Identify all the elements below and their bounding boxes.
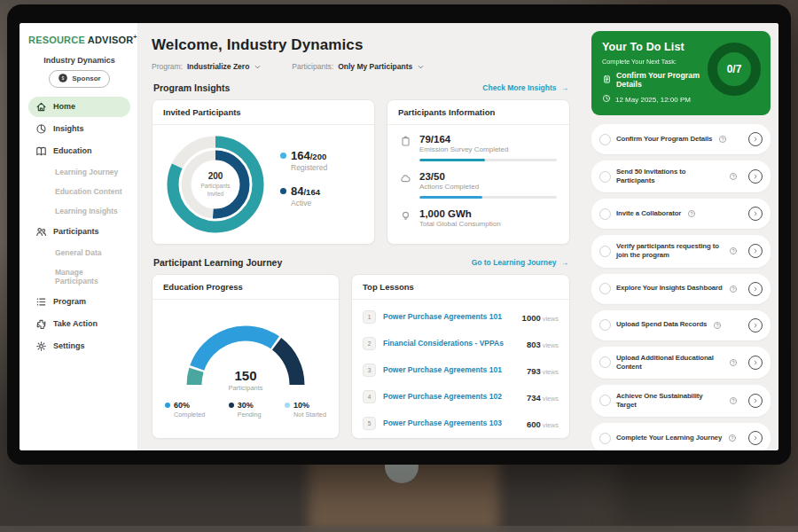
lesson-rank: 2 (363, 337, 376, 350)
sidebar-item-education-content[interactable]: Education Content (28, 183, 130, 200)
lesson-link[interactable]: Power Purchase Agreements 101 (383, 365, 520, 374)
task-checkbox[interactable] (599, 356, 611, 368)
task-go-button[interactable] (748, 282, 763, 296)
sidebar-item-take-action[interactable]: Take Action (28, 314, 130, 334)
task-label: Upload Spend Data Records (616, 320, 707, 329)
question-icon[interactable] (729, 355, 738, 371)
task-label: Confirm Your Program Details (616, 135, 712, 144)
chevron-right-icon (752, 434, 759, 442)
stat-value: 1,000 GWh (419, 208, 557, 219)
stat-actions-completed: 23/50Actions Completed (400, 171, 557, 199)
todo-task-explore-your-insights-dashboard[interactable]: Explore Your Insights Dashboard (591, 274, 771, 304)
question-icon[interactable] (729, 281, 738, 297)
question-icon (687, 209, 696, 218)
clock-icon (602, 94, 611, 105)
question-icon (718, 135, 727, 144)
check-more-insights-link[interactable]: Check More Insights → (482, 83, 568, 92)
todo-task-invite-a-collaborator[interactable]: Invite a Collaborator (591, 199, 771, 229)
sidebar-item-learning-insights[interactable]: Learning Insights (28, 202, 130, 220)
task-label: Complete Your Learning Journey (616, 434, 722, 442)
task-go-button[interactable] (748, 244, 763, 258)
sidebar-item-home[interactable]: Home (28, 97, 130, 117)
sidebar-item-insights[interactable]: Insights (28, 119, 130, 139)
sidebar-item-general-data[interactable]: General Data (28, 244, 130, 262)
sidebar-item-manage-participants[interactable]: Manage Participants (28, 263, 130, 290)
question-icon[interactable] (718, 131, 727, 147)
todo-task-confirm-your-program-details[interactable]: Confirm Your Program Details (591, 124, 771, 154)
todo-task-complete-your-learning-journey[interactable]: Complete Your Learning Journey (591, 423, 771, 450)
question-icon[interactable] (729, 393, 738, 409)
task-go-button[interactable] (748, 169, 763, 184)
question-icon (729, 358, 738, 367)
task-checkbox[interactable] (599, 433, 611, 444)
task-go-button[interactable] (748, 356, 763, 370)
gauge-segment-completed (197, 333, 275, 368)
logo-resource: RESOURCE (28, 35, 85, 45)
legend-label: Registered (291, 163, 327, 172)
sidebar-item-settings[interactable]: Settings (28, 336, 130, 356)
task-checkbox[interactable] (599, 319, 611, 331)
question-icon[interactable] (728, 430, 737, 446)
task-label: Invite a Collaborator (616, 209, 681, 218)
bulb-icon (400, 210, 411, 222)
todo-progress-ring: 0/7 (708, 43, 761, 96)
app-logo[interactable]: RESOURCE ADVISOR+ (28, 34, 130, 45)
legend-item-completed: 60%Completed (165, 401, 205, 419)
go-to-learning-journey-link[interactable]: Go to Learning Journey → (472, 258, 568, 267)
todo-task-upload-additional-educational-content[interactable]: Upload Additional Educational Content (591, 347, 771, 379)
sponsor-icon (58, 73, 68, 83)
chevron-right-icon (752, 359, 759, 366)
todo-task-verify-participants-requesting-to-join-the-program[interactable]: Verify participants requesting to join t… (591, 235, 771, 267)
lesson-list: 1Power Purchase Agreements 1011000views2… (352, 300, 569, 438)
question-icon (729, 396, 738, 405)
lesson-views: 803views (527, 335, 559, 351)
filter-label: Program: (152, 62, 183, 71)
task-go-button[interactable] (748, 132, 763, 146)
todo-task-upload-spend-data-records[interactable]: Upload Spend Data Records (591, 310, 771, 340)
sidebar-item-education[interactable]: Education (28, 141, 130, 161)
todo-task-send-50-invitations-to-participants[interactable]: Send 50 Invitations to Participants (591, 160, 771, 192)
sidebar-nav: HomeInsightsEducationLearning JourneyEdu… (28, 97, 130, 356)
home-icon (35, 101, 47, 113)
task-checkbox[interactable] (599, 208, 611, 220)
task-checkbox[interactable] (599, 171, 611, 183)
filter-program[interactable]: Program:Industrialize Zero (152, 62, 262, 71)
question-icon (729, 285, 738, 293)
card-title: Education Progress (153, 275, 339, 300)
lesson-link[interactable]: Power Purchase Agreements 102 (383, 392, 520, 401)
settings-icon (35, 340, 47, 352)
sponsor-badge[interactable]: Sponsor (49, 70, 109, 88)
lesson-link[interactable]: Power Purchase Agreements 103 (383, 419, 520, 427)
sidebar-item-program[interactable]: Program (28, 292, 130, 312)
task-checkbox[interactable] (599, 395, 611, 406)
task-go-button[interactable] (748, 207, 763, 221)
sponsor-icon (58, 73, 68, 85)
question-icon[interactable] (687, 206, 696, 222)
question-icon (729, 172, 738, 181)
legend-label: Pending (238, 411, 262, 419)
task-go-button[interactable] (748, 431, 763, 445)
stat-label: Total Global Consumption (419, 220, 557, 228)
chevron-right-icon (752, 173, 759, 180)
task-label: Send 50 Invitations to Participants (616, 168, 723, 185)
task-checkbox[interactable] (599, 283, 611, 294)
task-checkbox[interactable] (599, 134, 611, 145)
task-checkbox[interactable] (599, 246, 611, 257)
question-icon[interactable] (713, 317, 722, 333)
chevron-right-icon (752, 136, 759, 143)
question-icon[interactable] (729, 243, 738, 259)
task-go-button[interactable] (748, 394, 763, 408)
question-icon[interactable] (729, 168, 738, 184)
sidebar-item-label: Education (53, 146, 92, 155)
filter-participants[interactable]: Participants:Only My Participants (292, 62, 425, 71)
sidebar-item-participants[interactable]: Participants (28, 222, 130, 242)
lesson-link[interactable]: Financial Considerations - VPPAs (383, 339, 520, 348)
legend-dot (280, 153, 286, 159)
card-title: Invited Participants (153, 100, 374, 125)
legend-value: 84/164 (291, 184, 320, 198)
todo-task-achieve-one-sustainability-target[interactable]: Achieve One Sustainability Target (591, 385, 771, 417)
question-icon (728, 434, 737, 442)
sidebar-item-learning-journey[interactable]: Learning Journey (28, 163, 130, 181)
task-go-button[interactable] (748, 318, 763, 332)
lesson-link[interactable]: Power Purchase Agreements 101 (383, 312, 515, 321)
